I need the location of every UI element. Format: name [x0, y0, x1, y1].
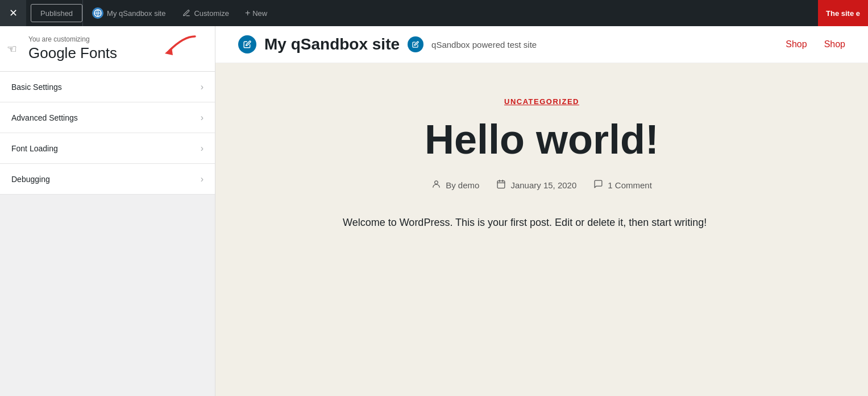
author-icon [431, 179, 441, 191]
menu-item-label: Basic Settings [11, 82, 62, 92]
site-link[interactable]: My qSandbox site [82, 0, 175, 26]
new-label: New [252, 9, 267, 18]
post-comments-meta: 1 Comment [593, 179, 652, 191]
customize-icon [182, 9, 190, 17]
chevron-right-icon: › [201, 174, 203, 184]
site-header-left: My qSandbox site qSandbox powered test s… [238, 35, 537, 53]
svg-marker-1 [165, 47, 173, 55]
menu-item-label: Advanced Settings [11, 113, 78, 122]
post-date: January 15, 2020 [510, 180, 576, 190]
site-nav: Shop Shop [786, 39, 845, 50]
menu-item-label: Font Loading [11, 144, 58, 153]
new-link[interactable]: + New [237, 0, 275, 26]
main-layout: ☜ You are customizing Google Fonts Basic… [0, 26, 868, 396]
post-author-meta: By demo [431, 179, 479, 191]
customize-link[interactable]: Customize [175, 0, 236, 26]
cursor-icon: ☜ [7, 42, 17, 56]
post-title: Hello world! [284, 117, 800, 162]
site-header: My qSandbox site qSandbox powered test s… [215, 26, 868, 63]
chevron-right-icon: › [201, 113, 203, 123]
site-name: My qSandbox site [107, 9, 165, 18]
post-comments: 1 Comment [608, 180, 652, 190]
menu-item-debugging[interactable]: Debugging › [0, 164, 215, 195]
site-preview: My qSandbox site qSandbox powered test s… [215, 26, 868, 396]
site-title-edit-icon[interactable] [238, 35, 256, 53]
chevron-right-icon: › [201, 143, 203, 154]
post-content: Welcome to WordPress. This is your first… [343, 214, 741, 232]
customizer-panel: ☜ You are customizing Google Fonts Basic… [0, 26, 215, 396]
post-meta: By demo January 15, 2020 1 Comment [284, 179, 800, 191]
chevron-right-icon: › [201, 82, 203, 92]
calendar-icon [496, 179, 506, 191]
site-tagline: qSandbox powered test site [431, 40, 537, 50]
close-button[interactable]: ✕ [0, 0, 26, 26]
svg-rect-3 [498, 181, 505, 188]
site-title: My qSandbox site [264, 35, 400, 53]
customize-label: Customize [194, 9, 229, 18]
arrow-annotation [152, 34, 198, 64]
site-tagline-edit-icon[interactable] [408, 36, 423, 52]
nav-item-shop-1[interactable]: Shop [786, 39, 807, 50]
post-author: By demo [446, 180, 479, 190]
panel-header: ☜ You are customizing Google Fonts [0, 26, 215, 72]
new-plus-icon: + [245, 8, 250, 18]
menu-list: Basic Settings › Advanced Settings › Fon… [0, 72, 215, 396]
published-button[interactable]: Published [31, 4, 82, 22]
content-area: UNCATEGORIZED Hello world! By demo Janua… [215, 63, 868, 396]
admin-bar: ✕ Published My qSandbox site Customize +… [0, 0, 868, 26]
menu-item-font-loading[interactable]: Font Loading › [0, 133, 215, 164]
site-edge-label: The site e [826, 9, 860, 18]
comment-icon [593, 179, 603, 191]
post-category: UNCATEGORIZED [284, 97, 800, 106]
menu-item-label: Debugging [11, 175, 50, 184]
svg-point-2 [435, 181, 438, 184]
site-edge-banner[interactable]: The site e [818, 0, 868, 26]
nav-item-shop-2[interactable]: Shop [824, 39, 845, 50]
post-date-meta: January 15, 2020 [496, 179, 576, 191]
menu-item-advanced-settings[interactable]: Advanced Settings › [0, 102, 215, 133]
site-logo-icon [92, 7, 103, 19]
menu-item-basic-settings[interactable]: Basic Settings › [0, 72, 215, 102]
